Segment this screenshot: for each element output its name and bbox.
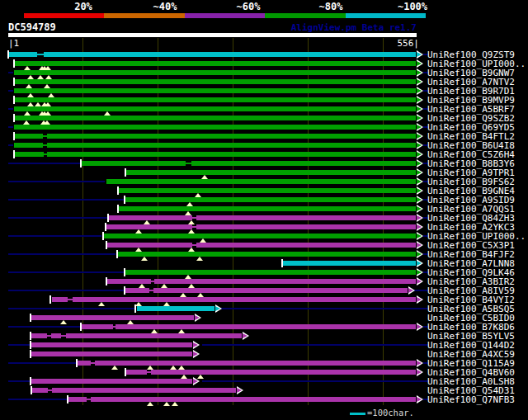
hit-label[interactable]: UniRef100_B4FJF2 [427, 250, 515, 259]
hit-bar-segment[interactable] [106, 179, 416, 184]
hit-bar-segment[interactable] [118, 188, 416, 193]
hit-bar-segment[interactable] [14, 116, 416, 120]
hit-bar-segment[interactable] [31, 388, 49, 393]
hit-bar-segment[interactable] [137, 306, 214, 311]
hit-bar-segment[interactable] [31, 333, 48, 338]
hit-label[interactable]: UniRef100_B4FTL2 [427, 132, 515, 141]
hit-bar-segment[interactable] [118, 252, 416, 257]
hit-label[interactable]: UniRef100_Q4BV60 [427, 368, 515, 377]
hit-bar-segment[interactable] [31, 379, 192, 384]
hit-bar-segment[interactable] [196, 243, 416, 248]
hit-bar-segment[interactable] [14, 97, 416, 102]
hit-label[interactable]: UniRef100_B9FS62 [427, 177, 515, 186]
hit-label[interactable]: UniRef100_A5BRF7 [427, 105, 515, 114]
hit-bar-segment[interactable] [91, 397, 416, 402]
hit-bar-segment[interactable] [116, 324, 416, 329]
hit-label[interactable]: UniRef100_A3BIR2 [427, 277, 515, 286]
hit-bar-segment[interactable] [109, 215, 192, 220]
hit-bar-segment[interactable] [31, 315, 194, 320]
hit-bar-segment[interactable] [14, 79, 416, 84]
hit-bar-segment[interactable] [52, 297, 68, 302]
hit-bar-segment[interactable] [196, 224, 416, 229]
hit-label[interactable]: UniRef100_B9GNW7 [427, 68, 515, 78]
hit-bar-segment[interactable] [95, 361, 416, 366]
hit-label[interactable]: UniRef100_A8IV59 [427, 286, 515, 295]
hit-bar-segment[interactable] [51, 333, 61, 338]
hit-bar-segment[interactable] [82, 161, 186, 166]
hit-label[interactable]: UniRef100_A9TPR1 [427, 168, 515, 177]
hit-bar-segment[interactable] [52, 388, 237, 393]
hit-bar-segment[interactable] [106, 224, 192, 229]
hit-label[interactable]: UniRef100_UPI000.. [427, 232, 526, 241]
hit-bar-segment[interactable] [14, 125, 416, 130]
hit-bar-segment[interactable] [14, 152, 44, 157]
hit-bar-segment[interactable] [66, 333, 241, 338]
hit-bar-segment[interactable] [125, 170, 416, 175]
hit-label[interactable]: UniRef100_C5Z6H4 [427, 150, 515, 159]
direction-arrow-fill [417, 143, 422, 148]
hit-bar-segment[interactable] [14, 88, 416, 93]
hit-bar-segment[interactable] [107, 243, 192, 248]
hit-bar-segment[interactable] [125, 270, 416, 275]
hit-label[interactable]: UniRef100_Q9LK46 [427, 268, 515, 277]
hit-bar-segment[interactable] [31, 342, 192, 347]
hit-label[interactable]: UniRef100_Q9ZST9 [427, 50, 515, 59]
hit-label[interactable]: UniRef100_Q54D31 [427, 386, 515, 395]
hit-label[interactable]: UniRef100_Q144D2 [427, 341, 515, 350]
hit-label[interactable]: UniRef100_Q84ZH3 [427, 214, 515, 223]
hit-label[interactable]: UniRef100_B8B3Y6 [427, 159, 515, 168]
hit-label[interactable]: UniRef100_Q9SZB2 [427, 114, 515, 123]
hit-label[interactable]: UniRef100_C5X3P1 [427, 241, 515, 250]
hit-bar-segment[interactable] [191, 161, 416, 166]
alignment-start-tick [80, 323, 82, 331]
hit-bar-segment[interactable] [14, 134, 43, 139]
direction-arrow-fill [417, 261, 422, 266]
large-gaps-legend: Large gaps: ▲(in Query)/- (in Subject) [8, 407, 238, 420]
hit-bar-segment[interactable] [47, 152, 416, 157]
hit-bar-segment[interactable] [283, 261, 416, 266]
hit-label[interactable]: UniRef100_A7QQS1 [427, 205, 515, 214]
hit-bar-segment[interactable] [104, 234, 416, 238]
hit-bar-segment[interactable] [14, 143, 43, 148]
hit-bar-segment[interactable] [8, 52, 37, 57]
hit-bar-segment[interactable] [14, 70, 416, 75]
direction-arrow-fill [417, 224, 422, 229]
hit-bar-segment[interactable] [44, 52, 416, 57]
hit-label[interactable]: UniRef100_B6U4I8 [427, 141, 515, 150]
hit-bar-segment[interactable] [82, 324, 112, 329]
hit-label[interactable]: UniRef100_A7NTV2 [427, 78, 515, 87]
hit-label[interactable]: UniRef100_Q115A9 [427, 359, 515, 368]
hit-label[interactable]: UniRef100_Q7NFB3 [427, 395, 515, 404]
hit-bar-segment[interactable] [68, 397, 87, 402]
hit-bar-segment[interactable] [78, 361, 91, 366]
hit-label[interactable]: UniRef100_B9R7D1 [427, 87, 515, 96]
hit-bar-segment[interactable] [126, 370, 147, 375]
hit-label[interactable]: UniRef100_A4XC59 [427, 350, 515, 359]
hit-bar-segment[interactable] [196, 215, 416, 220]
hit-label[interactable]: UniRef100_B9MVP9 [427, 96, 515, 105]
hit-label[interactable]: UniRef100_A0LSH8 [427, 377, 515, 386]
hit-bar-segment[interactable] [47, 134, 416, 139]
hit-bar-segment[interactable] [73, 297, 417, 302]
hit-bar-segment[interactable] [14, 61, 416, 66]
hit-label[interactable]: UniRef100_A2YKC3 [427, 223, 515, 232]
hit-bar-segment[interactable] [125, 288, 149, 293]
hit-label[interactable]: UniRef100_A7LNN8 [427, 259, 515, 268]
hit-bar-segment[interactable] [153, 288, 408, 293]
hit-bar-segment[interactable] [31, 352, 192, 356]
hit-label[interactable]: UniRef100_C5BID0 [427, 314, 515, 323]
hit-label[interactable]: UniRef100_A9SID9 [427, 196, 515, 205]
hit-label[interactable]: UniRef100_B5YLV5 [427, 332, 515, 341]
hit-label[interactable]: UniRef100_B7K8D6 [427, 323, 515, 332]
hit-bar-segment[interactable] [118, 206, 416, 211]
hit-label[interactable]: UniRef100_A5BSQ5 [427, 304, 515, 314]
hit-bar-segment[interactable] [47, 143, 416, 148]
hit-bar-segment[interactable] [125, 197, 416, 202]
hit-label[interactable]: UniRef100_B9GNE4 [427, 186, 515, 196]
hit-bar-segment[interactable] [151, 370, 416, 375]
subject-flank-line [8, 235, 101, 237]
hit-bar-segment[interactable] [14, 106, 416, 111]
hit-label[interactable]: UniRef100_Q69YD5 [427, 123, 515, 132]
hit-label[interactable]: UniRef100_UPI000.. [427, 59, 526, 68]
hit-label[interactable]: UniRef100_B4VYI2 [427, 295, 515, 304]
